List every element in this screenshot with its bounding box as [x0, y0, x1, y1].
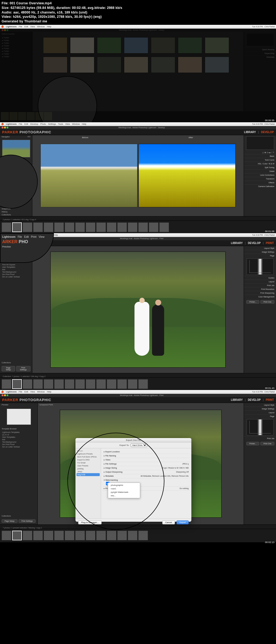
preset-item[interactable]: Siennatype	[1, 172, 31, 175]
preset-item[interactable]: Lightroom Presets	[1, 162, 31, 165]
filmstrip[interactable]	[0, 529, 276, 542]
menu-tools[interactable]: Tools	[58, 123, 63, 125]
folder-item[interactable]: ▸ Folder	[1, 45, 31, 47]
grid-view[interactable]	[32, 32, 244, 113]
template-item[interactable]: Test Background	[1, 271, 31, 273]
menu-window[interactable]: Window	[72, 123, 80, 125]
page-setup-button[interactable]: Page Setup	[2, 366, 15, 371]
section-tone-curve[interactable]: Tone Curve	[244, 158, 276, 162]
printer-button[interactable]: Printer...	[246, 300, 259, 304]
menu-help[interactable]: Help	[47, 391, 51, 393]
section-split[interactable]: Split Toning	[244, 165, 276, 169]
section-quick-dev[interactable]: Quick Develop	[244, 48, 276, 51]
template-list[interactable]: Lightroom Templates (1) 4 x 6 Custom Ove…	[0, 253, 32, 361]
preset-item[interactable]: Lightroom Presets	[77, 452, 100, 455]
template-item[interactable]: User Templates	[1, 266, 31, 268]
grid-thumb[interactable]	[124, 37, 148, 53]
preset-item[interactable]: Photographic Favorite	[1, 192, 31, 194]
snapshots-header[interactable]: Snapshots	[0, 207, 32, 210]
grid-thumb[interactable]	[97, 57, 121, 73]
plugin-manager-button[interactable]: Plug-In Manager...	[78, 520, 102, 524]
module-library[interactable]: LIBRARY	[231, 242, 243, 245]
template-item[interactable]: Sm on Letter Vertical	[1, 276, 31, 278]
template-item[interactable]: Fine Art Square	[1, 263, 31, 266]
apple-icon[interactable]: 🍎	[1, 123, 4, 125]
folder-item[interactable]: ▸ Folder	[1, 55, 31, 58]
close-icon[interactable]	[2, 29, 4, 31]
preset-item[interactable]: Export to DNG	[77, 458, 100, 461]
film-thumb[interactable]	[75, 531, 85, 540]
print-preview[interactable]	[32, 246, 244, 373]
section-image-settings[interactable]: Image Settings	[244, 250, 276, 254]
section-print-job[interactable]: Print Job	[244, 436, 276, 440]
output-sharpening-row[interactable]: ▸ Output SharpeningSharpening Off	[103, 470, 190, 474]
radial-icon[interactable]: ○	[271, 151, 272, 154]
apple-icon[interactable]: 🍎	[1, 25, 4, 28]
film-thumb[interactable]	[23, 222, 32, 232]
presets-header[interactable]: Presets	[0, 159, 32, 162]
metadata-row[interactable]: ▸ MetadataAll Metadata, Remove Location …	[103, 474, 190, 478]
preset-item[interactable]: Photographer Presets	[1, 184, 31, 187]
zoom-menu-print[interactable]: Print	[31, 235, 37, 238]
film-thumb[interactable]	[86, 531, 95, 540]
template-item[interactable]: Lightroom Templates	[1, 431, 36, 433]
folder-item[interactable]: ▸ Folder	[1, 39, 31, 42]
film-thumb[interactable]	[138, 379, 148, 389]
close-icon[interactable]	[2, 127, 4, 128]
preset-item[interactable]: Detail	[1, 177, 31, 179]
module-library[interactable]: LIBRARY	[244, 131, 256, 134]
film-thumb[interactable]	[54, 222, 64, 232]
printer-button[interactable]: Printer...	[246, 442, 259, 445]
navigator-fit[interactable]: FIT	[28, 136, 31, 138]
menu-edit[interactable]: Edit	[24, 391, 28, 393]
film-thumb[interactable]	[35, 112, 43, 120]
film-thumb[interactable]	[44, 112, 52, 120]
preset-item[interactable]: Creative	[1, 175, 31, 177]
section-calibration[interactable]: Camera Calibration	[244, 184, 276, 188]
maximize-icon[interactable]	[6, 29, 8, 31]
section-transform[interactable]: Transform	[244, 177, 276, 181]
preset-item[interactable]: Photographic Wedding	[1, 194, 31, 196]
section-layout-style[interactable]: Layout Style	[244, 246, 276, 250]
minimize-icon[interactable]	[4, 394, 6, 396]
film-thumb[interactable]	[2, 379, 11, 389]
image-sizing-row[interactable]: ▸ Image Sizing72 ppi / Resize to W: 698 …	[103, 466, 190, 470]
folder-item[interactable]: ▸ Folder	[1, 47, 31, 50]
preset-item[interactable]: Lightroom B&W Filter Presets	[1, 179, 31, 182]
grid-thumb[interactable]	[205, 57, 229, 73]
film-thumb-selected[interactable]	[12, 531, 22, 540]
section-layout[interactable]: Layout	[244, 280, 276, 283]
film-thumb[interactable]	[86, 222, 95, 232]
preset-item[interactable]: Cross Curves 1+2	[1, 170, 31, 172]
film-thumb[interactable]	[54, 379, 64, 389]
filmstrip[interactable]	[0, 221, 276, 234]
template-item[interactable]: test	[1, 438, 36, 441]
popup-item[interactable]: photographic	[108, 483, 140, 487]
film-thumb[interactable]	[75, 379, 85, 389]
menu-help[interactable]: Help	[82, 123, 86, 125]
watermark-popup[interactable]: photographic rose1 pyright Watermark irk…	[108, 483, 140, 498]
film-thumb[interactable]	[54, 531, 64, 540]
film-thumb[interactable]	[128, 379, 137, 389]
menu-view[interactable]: View	[65, 123, 70, 125]
template-item[interactable]: Sm Print Proof	[1, 273, 31, 276]
section-lens[interactable]: Lens Corrections	[244, 173, 276, 177]
menu-help[interactable]: Help	[47, 25, 51, 28]
menu-view[interactable]: View	[30, 25, 35, 28]
module-print[interactable]: PRINT	[266, 398, 274, 401]
filmstrip[interactable]	[0, 377, 276, 391]
zoom-menu-view[interactable]: View	[39, 235, 44, 238]
redeye-icon[interactable]: ◎	[267, 151, 268, 154]
print-one-button[interactable]: Print One	[260, 300, 274, 304]
film-thumb[interactable]	[96, 379, 106, 389]
module-print[interactable]: PRINT	[266, 242, 274, 245]
section-basic[interactable]: Basic	[244, 154, 276, 158]
grid-thumb[interactable]	[97, 37, 121, 53]
film-thumb[interactable]	[44, 531, 53, 540]
collections-header[interactable]: Collections	[0, 514, 37, 518]
maximize-icon[interactable]	[6, 127, 8, 128]
popup-item[interactable]: pyright Watermark	[108, 490, 140, 494]
menu-edit[interactable]: Edit	[24, 25, 28, 28]
file-naming-row[interactable]: ▸ File Naming	[103, 454, 190, 458]
film-thumb[interactable]	[18, 112, 26, 120]
